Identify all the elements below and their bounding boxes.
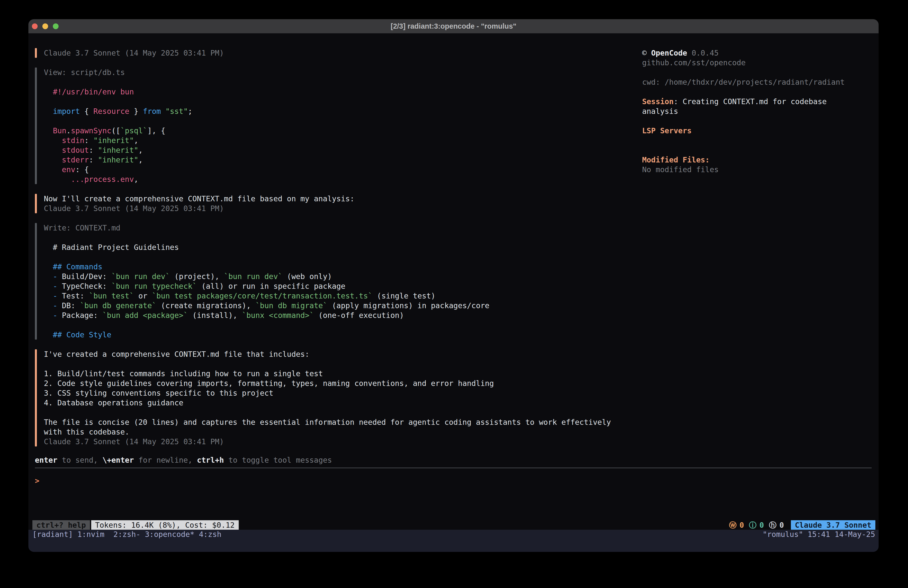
terminal-line xyxy=(44,252,638,262)
opencode-status-bar: ctrl+? help Tokens: 16.4K (8%), Cost: $0… xyxy=(28,520,879,530)
terminal-line: Now I'll create a comprehensive CONTEXT.… xyxy=(44,194,638,203)
terminal-line xyxy=(44,359,638,369)
terminal-line xyxy=(44,408,638,417)
terminal-line: ## Commands xyxy=(44,262,638,272)
terminal-line: 2. Code style guidelines covering import… xyxy=(44,379,638,388)
message-accent-bar xyxy=(35,194,37,213)
zoom-window-button[interactable] xyxy=(53,23,58,29)
terminal-line: with this codebase. xyxy=(44,427,638,437)
window-title: [2/3] radiant:3:opencode - "romulus" xyxy=(391,22,516,31)
help-shortcut-badge: ctrl+? help xyxy=(32,520,90,530)
block-lines: Write: CONTEXT.md # Radiant Project Guid… xyxy=(44,223,638,340)
tool-accent-bar xyxy=(35,223,37,340)
tool-block: View: script/db.ts #!/usr/bin/env bun im… xyxy=(35,68,638,184)
tmux-host-time: "romulus" 15:41 14-May-25 xyxy=(763,530,875,539)
terminal-line: - Test: `bun test` or `bun test packages… xyxy=(44,291,638,301)
message-block: Claude 3.7 Sonnet (14 May 2025 03:41 PM) xyxy=(35,48,638,58)
terminal-line: env: { xyxy=(44,165,638,174)
terminal-line: Modified Files: xyxy=(642,155,874,165)
status-bar-right: ⓦ0ⓘ0ⓗ0 Claude 3.7 Sonnet xyxy=(729,520,875,530)
info-count-value: 0 xyxy=(760,520,764,530)
terminal-line: ## Code Style xyxy=(44,330,638,340)
terminal-line: No modified files xyxy=(642,165,874,174)
terminal-line: stderr: "inherit", xyxy=(44,155,638,165)
terminal-line xyxy=(44,77,638,87)
terminal-line: View: script/db.ts xyxy=(44,68,638,77)
model-badge: Claude 3.7 Sonnet xyxy=(791,520,875,530)
terminal-line: - DB: `bun db generate` (create migratio… xyxy=(44,301,638,311)
terminal-line xyxy=(642,68,874,77)
hint-count-value: 0 xyxy=(779,520,784,530)
warning-count-icon: ⓦ xyxy=(729,520,737,530)
message-block: I've created a comprehensive CONTEXT.md … xyxy=(35,349,638,446)
terminal-line: #!/usr/bin/env bun xyxy=(44,87,638,97)
terminal-line: 3. CSS styling conventions specific to t… xyxy=(44,388,638,398)
terminal-line: Bun.spawnSync([`psql`], { xyxy=(44,126,638,135)
diagnostic-counts: ⓦ0ⓘ0ⓗ0 xyxy=(729,520,784,530)
terminal-line xyxy=(44,97,638,106)
terminal-line: analysis xyxy=(642,106,874,116)
tool-block: Write: CONTEXT.md # Radiant Project Guid… xyxy=(35,223,638,340)
terminal-line: stdin: "inherit", xyxy=(44,135,638,145)
warning-count-value: 0 xyxy=(739,520,744,530)
terminal-line: Write: CONTEXT.md xyxy=(44,223,638,233)
tmux-session-windows[interactable]: [radiant] 1:nvim 2:zsh- 3:opencode* 4:zs… xyxy=(32,530,222,539)
terminal-line: - TypeCheck: `bun run typecheck` (all) o… xyxy=(44,281,638,291)
terminal-line: enter to send, \+enter for newline, ctrl… xyxy=(35,455,332,465)
terminal-line: cwd: /home/thdxr/dev/projects/radiant/ra… xyxy=(642,77,874,87)
terminal-line: Claude 3.7 Sonnet (14 May 2025 03:41 PM) xyxy=(44,48,638,58)
block-lines: Now I'll create a comprehensive CONTEXT.… xyxy=(44,194,638,213)
terminal-line: Claude 3.7 Sonnet (14 May 2025 03:41 PM) xyxy=(44,437,638,446)
terminal-line: 4. Database operations guidance xyxy=(44,398,638,408)
tokens-cost-badge: Tokens: 16.4K (8%), Cost: $0.12 xyxy=(91,520,239,530)
terminal-line: Claude 3.7 Sonnet (14 May 2025 03:41 PM) xyxy=(44,203,638,213)
message-accent-bar xyxy=(35,48,37,58)
status-bar-left: ctrl+? help Tokens: 16.4K (8%), Cost: $0… xyxy=(32,520,239,530)
hint-count-icon: ⓗ xyxy=(769,520,776,530)
terminal-line xyxy=(642,87,874,97)
tool-accent-bar xyxy=(35,68,37,184)
info-count-icon: ⓘ xyxy=(749,520,757,530)
info-count: ⓘ0 xyxy=(749,520,764,530)
block-lines: Claude 3.7 Sonnet (14 May 2025 03:41 PM) xyxy=(44,48,638,58)
terminal-line: stdout: "inherit", xyxy=(44,145,638,155)
terminal-line: Session: Creating CONTEXT.md for codebas… xyxy=(642,97,874,106)
message-block: Now I'll create a comprehensive CONTEXT.… xyxy=(35,194,638,213)
terminal-line xyxy=(44,320,638,330)
opencode-sidebar: © OpenCode 0.0.45github.com/sst/opencode… xyxy=(642,48,874,174)
terminal-window: [2/3] radiant:3:opencode - "romulus" Cla… xyxy=(28,19,879,552)
terminal-line: I've created a comprehensive CONTEXT.md … xyxy=(44,349,638,359)
close-window-button[interactable] xyxy=(32,23,38,29)
terminal-line: © OpenCode 0.0.45 xyxy=(642,48,874,58)
terminal-line: - Package: `bun add <package>` (install)… xyxy=(44,311,638,320)
message-accent-bar xyxy=(35,349,37,446)
terminal-line xyxy=(44,116,638,126)
terminal-line xyxy=(642,135,874,145)
tmux-status-bar: [radiant] 1:nvim 2:zsh- 3:opencode* 4:zs… xyxy=(28,530,879,539)
terminal-line: The file is concise (20 lines) and captu… xyxy=(44,417,638,427)
terminal-line: ...process.env, xyxy=(44,174,638,184)
input-hint-line: enter to send, \+enter for newline, ctrl… xyxy=(35,455,332,465)
terminal-content: Claude 3.7 Sonnet (14 May 2025 03:41 PM)… xyxy=(28,33,879,552)
tmux-status-area: [radiant] 1:nvim 2:zsh- 3:opencode* 4:zs… xyxy=(28,530,879,552)
hint-count: ⓗ0 xyxy=(769,520,784,530)
terminal-line xyxy=(642,116,874,126)
window-controls xyxy=(32,19,58,33)
block-lines: I've created a comprehensive CONTEXT.md … xyxy=(44,349,638,446)
input-separator xyxy=(35,468,872,468)
terminal-line xyxy=(642,145,874,155)
block-lines: View: script/db.ts #!/usr/bin/env bun im… xyxy=(44,68,638,184)
minimize-window-button[interactable] xyxy=(42,23,48,29)
terminal-line: LSP Servers xyxy=(642,126,874,135)
warning-count: ⓦ0 xyxy=(729,520,744,530)
prompt-input[interactable]: > xyxy=(35,476,39,486)
chat-history: Claude 3.7 Sonnet (14 May 2025 03:41 PM)… xyxy=(35,48,638,456)
terminal-line: # Radiant Project Guidelines xyxy=(44,242,638,252)
terminal-line: github.com/sst/opencode xyxy=(642,58,874,68)
prompt-caret: > xyxy=(35,476,39,485)
terminal-line: 1. Build/lint/test commands including ho… xyxy=(44,369,638,379)
terminal-line: import { Resource } from "sst"; xyxy=(44,106,638,116)
window-titlebar[interactable]: [2/3] radiant:3:opencode - "romulus" xyxy=(28,19,879,33)
terminal-line: - Build/Dev: `bun run dev` (project), `b… xyxy=(44,272,638,281)
terminal-line xyxy=(44,233,638,242)
